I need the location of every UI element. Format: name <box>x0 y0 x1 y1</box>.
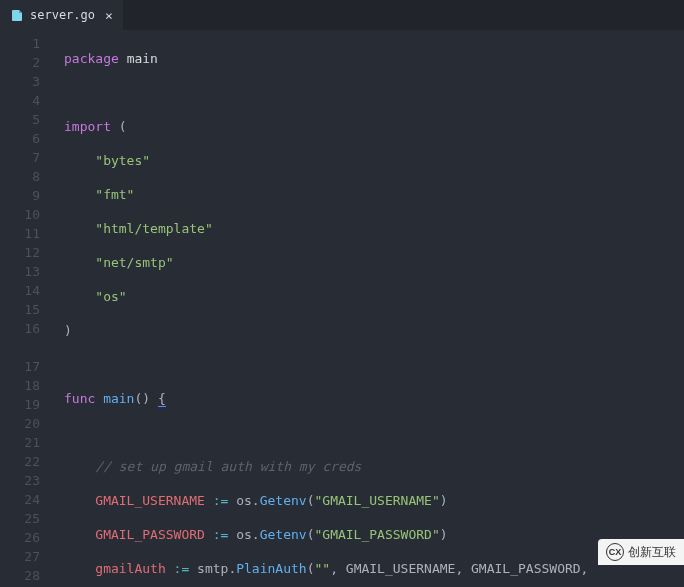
watermark: CX 创新互联 <box>598 539 684 565</box>
tab-filename: server.go <box>30 8 95 22</box>
tab-bar: server.go × <box>0 0 684 30</box>
line-gutter: 1234567891011121314151617181920212223242… <box>0 30 58 587</box>
close-icon[interactable]: × <box>105 8 113 23</box>
go-file-icon <box>10 8 24 22</box>
tab-server-go[interactable]: server.go × <box>0 0 123 30</box>
watermark-text: 创新互联 <box>628 544 676 561</box>
code-area[interactable]: package main import ( "bytes" "fmt" "htm… <box>58 30 684 587</box>
editor-pane: 1234567891011121314151617181920212223242… <box>0 30 684 587</box>
watermark-logo-icon: CX <box>606 543 624 561</box>
